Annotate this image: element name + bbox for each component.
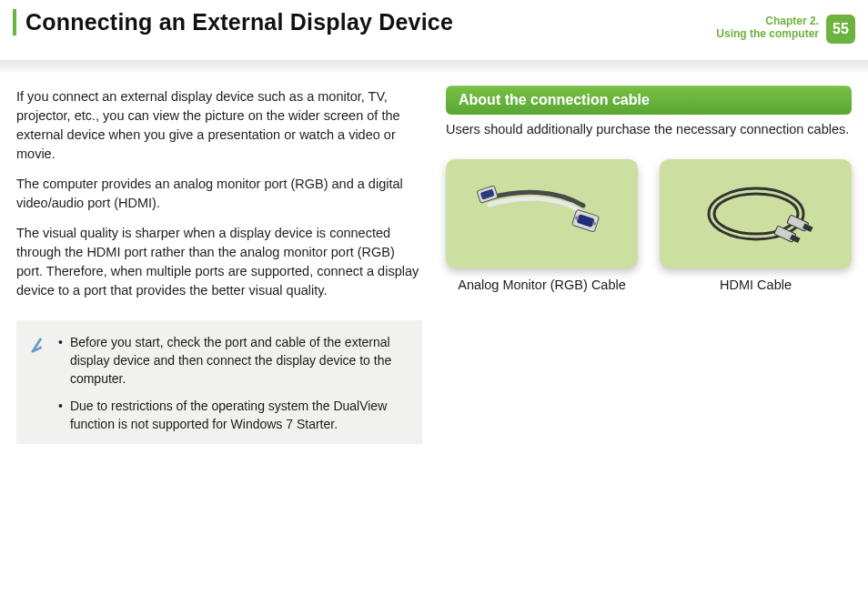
right-column: About the connection cable Users should … [446, 87, 852, 444]
intro-paragraph-3: The visual quality is sharper when a dis… [16, 224, 422, 300]
page-number: 55 [833, 21, 849, 37]
note-list: • Before you start, check the port and c… [58, 333, 409, 433]
intro-paragraph-2: The computer provides an analog monitor … [16, 175, 422, 213]
page-number-badge: 55 [826, 15, 855, 44]
intro-paragraph-1: If you connect an external display devic… [16, 87, 422, 164]
hdmi-cable-icon [683, 173, 829, 255]
left-column: If you connect an external display devic… [16, 87, 422, 444]
note-text-2: Due to restrictions of the operating sys… [70, 397, 409, 433]
header-shadow [0, 60, 868, 75]
note-item-2: • Due to restrictions of the operating s… [58, 397, 409, 433]
bullet-icon: • [58, 333, 63, 388]
chapter-label: Chapter 2. Using the computer [716, 15, 819, 40]
cable-cards-row: Analog Monitor (RGB) Cable [446, 159, 852, 292]
rgb-cable-label: Analog Monitor (RGB) Cable [446, 278, 638, 292]
hdmi-cable-label: HDMI Cable [660, 278, 852, 292]
note-text-1: Before you start, check the port and cab… [70, 333, 409, 388]
hdmi-cable-card-col: HDMI Cable [660, 159, 852, 292]
svg-point-7 [714, 194, 798, 234]
note-item-1: • Before you start, check the port and c… [58, 333, 409, 388]
section-title: About the connection cable [459, 92, 650, 107]
section-body-text: Users should additionally purchase the n… [446, 120, 852, 139]
note-box: • Before you start, check the port and c… [16, 320, 422, 444]
note-icon [29, 333, 49, 433]
page-title: Connecting an External Display Device [25, 9, 453, 35]
rgb-cable-card-col: Analog Monitor (RGB) Cable [446, 159, 638, 292]
hdmi-cable-card [660, 159, 852, 268]
section-header: About the connection cable [446, 86, 852, 115]
chapter-line-2: Using the computer [716, 27, 819, 40]
rgb-cable-icon [469, 173, 615, 255]
rgb-cable-card [446, 159, 638, 268]
bullet-icon: • [58, 397, 63, 433]
page-header: Connecting an External Display Device Ch… [0, 9, 868, 67]
chapter-line-1: Chapter 2. [716, 15, 819, 27]
